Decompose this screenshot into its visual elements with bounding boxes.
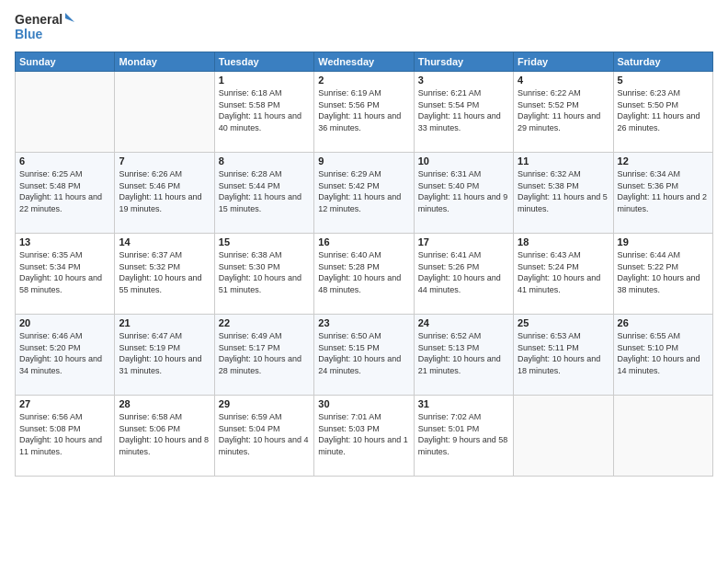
col-header-tuesday: Tuesday [214, 52, 313, 72]
day-info: Sunrise: 7:02 AM Sunset: 5:01 PM Dayligh… [418, 411, 509, 457]
day-number: 3 [418, 75, 509, 86]
svg-text:General: General [15, 12, 63, 27]
calendar-cell: 1Sunrise: 6:18 AM Sunset: 5:58 PM Daylig… [214, 72, 313, 153]
calendar-week-2: 6Sunrise: 6:25 AM Sunset: 5:48 PM Daylig… [16, 153, 713, 234]
day-number: 23 [318, 317, 409, 328]
day-number: 26 [618, 317, 709, 328]
calendar-cell: 22Sunrise: 6:49 AM Sunset: 5:17 PM Dayli… [214, 315, 313, 396]
calendar-cell: 9Sunrise: 6:29 AM Sunset: 5:42 PM Daylig… [314, 153, 414, 234]
calendar-cell: 29Sunrise: 6:59 AM Sunset: 5:04 PM Dayli… [214, 396, 313, 477]
calendar-cell: 20Sunrise: 6:46 AM Sunset: 5:20 PM Dayli… [16, 315, 115, 396]
day-info: Sunrise: 6:49 AM Sunset: 5:17 PM Dayligh… [219, 330, 310, 376]
day-info: Sunrise: 6:22 AM Sunset: 5:52 PM Dayligh… [518, 87, 609, 133]
header: GeneralBlue [15, 9, 713, 44]
day-number: 7 [119, 155, 210, 167]
calendar-cell: 16Sunrise: 6:40 AM Sunset: 5:28 PM Dayli… [314, 234, 414, 315]
day-info: Sunrise: 6:31 AM Sunset: 5:40 PM Dayligh… [418, 168, 509, 214]
day-info: Sunrise: 6:37 AM Sunset: 5:32 PM Dayligh… [119, 249, 210, 295]
day-info: Sunrise: 6:47 AM Sunset: 5:19 PM Dayligh… [119, 330, 210, 376]
day-number: 29 [219, 398, 310, 409]
day-info: Sunrise: 6:50 AM Sunset: 5:15 PM Dayligh… [318, 330, 409, 376]
calendar-cell: 11Sunrise: 6:32 AM Sunset: 5:38 PM Dayli… [514, 153, 613, 234]
svg-text:Blue: Blue [15, 27, 43, 41]
day-info: Sunrise: 6:41 AM Sunset: 5:26 PM Dayligh… [418, 249, 509, 295]
day-number: 27 [19, 398, 110, 409]
day-info: Sunrise: 6:32 AM Sunset: 5:38 PM Dayligh… [518, 168, 609, 214]
day-number: 25 [518, 317, 609, 328]
day-number: 24 [418, 317, 509, 328]
col-header-wednesday: Wednesday [314, 52, 414, 72]
calendar-cell: 7Sunrise: 6:26 AM Sunset: 5:46 PM Daylig… [115, 153, 214, 234]
logo: GeneralBlue [15, 9, 79, 44]
day-number: 9 [318, 155, 409, 167]
day-number: 14 [119, 236, 210, 247]
calendar-cell [16, 72, 115, 153]
svg-marker-3 [70, 9, 79, 18]
calendar-cell: 31Sunrise: 7:02 AM Sunset: 5:01 PM Dayli… [414, 396, 513, 477]
calendar-cell: 13Sunrise: 6:35 AM Sunset: 5:34 PM Dayli… [16, 234, 115, 315]
calendar-cell: 25Sunrise: 6:53 AM Sunset: 5:11 PM Dayli… [514, 315, 613, 396]
day-number: 30 [318, 398, 409, 409]
day-number: 11 [518, 155, 609, 167]
calendar-header-row: SundayMondayTuesdayWednesdayThursdayFrid… [16, 52, 713, 72]
calendar-cell: 15Sunrise: 6:38 AM Sunset: 5:30 PM Dayli… [214, 234, 313, 315]
day-info: Sunrise: 6:56 AM Sunset: 5:08 PM Dayligh… [19, 411, 110, 457]
calendar-cell: 2Sunrise: 6:19 AM Sunset: 5:56 PM Daylig… [314, 72, 414, 153]
day-info: Sunrise: 6:44 AM Sunset: 5:22 PM Dayligh… [618, 249, 709, 295]
day-info: Sunrise: 7:01 AM Sunset: 5:03 PM Dayligh… [318, 411, 409, 457]
calendar-cell [613, 396, 712, 477]
day-number: 22 [219, 317, 310, 328]
day-info: Sunrise: 6:43 AM Sunset: 5:24 PM Dayligh… [518, 249, 609, 295]
calendar-cell: 23Sunrise: 6:50 AM Sunset: 5:15 PM Dayli… [314, 315, 414, 396]
day-info: Sunrise: 6:18 AM Sunset: 5:58 PM Dayligh… [219, 87, 310, 133]
calendar-cell: 6Sunrise: 6:25 AM Sunset: 5:48 PM Daylig… [16, 153, 115, 234]
calendar-cell: 21Sunrise: 6:47 AM Sunset: 5:19 PM Dayli… [115, 315, 214, 396]
day-number: 13 [19, 236, 110, 247]
col-header-saturday: Saturday [613, 52, 712, 72]
calendar-cell: 24Sunrise: 6:52 AM Sunset: 5:13 PM Dayli… [414, 315, 513, 396]
day-info: Sunrise: 6:35 AM Sunset: 5:34 PM Dayligh… [19, 249, 110, 295]
calendar-cell: 4Sunrise: 6:22 AM Sunset: 5:52 PM Daylig… [514, 72, 613, 153]
calendar-week-4: 20Sunrise: 6:46 AM Sunset: 5:20 PM Dayli… [16, 315, 713, 396]
calendar-cell: 27Sunrise: 6:56 AM Sunset: 5:08 PM Dayli… [16, 396, 115, 477]
calendar-cell: 17Sunrise: 6:41 AM Sunset: 5:26 PM Dayli… [414, 234, 513, 315]
day-info: Sunrise: 6:25 AM Sunset: 5:48 PM Dayligh… [19, 168, 110, 214]
calendar-cell [514, 396, 613, 477]
calendar-cell: 26Sunrise: 6:55 AM Sunset: 5:10 PM Dayli… [613, 315, 712, 396]
day-info: Sunrise: 6:26 AM Sunset: 5:46 PM Dayligh… [119, 168, 210, 214]
calendar-cell: 8Sunrise: 6:28 AM Sunset: 5:44 PM Daylig… [214, 153, 313, 234]
col-header-monday: Monday [115, 52, 214, 72]
calendar-cell: 12Sunrise: 6:34 AM Sunset: 5:36 PM Dayli… [613, 153, 712, 234]
day-info: Sunrise: 6:58 AM Sunset: 5:06 PM Dayligh… [119, 411, 210, 457]
day-info: Sunrise: 6:21 AM Sunset: 5:54 PM Dayligh… [418, 87, 509, 133]
calendar-cell: 3Sunrise: 6:21 AM Sunset: 5:54 PM Daylig… [414, 72, 513, 153]
day-info: Sunrise: 6:59 AM Sunset: 5:04 PM Dayligh… [219, 411, 310, 457]
calendar-table: SundayMondayTuesdayWednesdayThursdayFrid… [15, 52, 713, 477]
col-header-thursday: Thursday [414, 52, 513, 72]
calendar-cell: 28Sunrise: 6:58 AM Sunset: 5:06 PM Dayli… [115, 396, 214, 477]
day-number: 20 [19, 317, 110, 328]
day-number: 8 [219, 155, 310, 167]
col-header-friday: Friday [514, 52, 613, 72]
day-number: 31 [418, 398, 509, 409]
calendar-cell: 14Sunrise: 6:37 AM Sunset: 5:32 PM Dayli… [115, 234, 214, 315]
day-number: 19 [618, 236, 709, 247]
calendar-cell: 19Sunrise: 6:44 AM Sunset: 5:22 PM Dayli… [613, 234, 712, 315]
day-number: 6 [19, 155, 110, 167]
day-number: 10 [418, 155, 509, 167]
day-number: 12 [618, 155, 709, 167]
day-info: Sunrise: 6:28 AM Sunset: 5:44 PM Dayligh… [219, 168, 310, 214]
col-header-sunday: Sunday [16, 52, 115, 72]
day-number: 17 [418, 236, 509, 247]
day-number: 15 [219, 236, 310, 247]
day-number: 18 [518, 236, 609, 247]
day-number: 28 [119, 398, 210, 409]
day-info: Sunrise: 6:29 AM Sunset: 5:42 PM Dayligh… [318, 168, 409, 214]
day-number: 4 [518, 75, 609, 86]
calendar-cell: 30Sunrise: 7:01 AM Sunset: 5:03 PM Dayli… [314, 396, 414, 477]
svg-marker-2 [65, 13, 74, 22]
day-info: Sunrise: 6:46 AM Sunset: 5:20 PM Dayligh… [19, 330, 110, 376]
calendar-cell [115, 72, 214, 153]
day-number: 21 [119, 317, 210, 328]
day-number: 2 [318, 75, 409, 86]
